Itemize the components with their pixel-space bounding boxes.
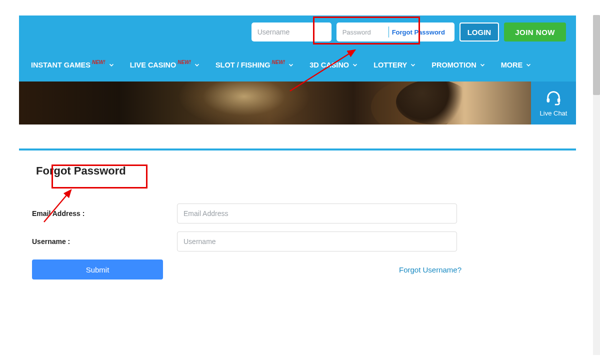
username-input[interactable] (252, 22, 332, 42)
new-badge: NEW! (178, 60, 191, 65)
nav-lottery[interactable]: LOTTERY (374, 61, 416, 69)
nav-instant-games[interactable]: INSTANT GAMES NEW! (31, 61, 115, 69)
chevron-down-icon (194, 62, 200, 68)
nav-slot-fishing[interactable]: SLOT / FISHING NEW! (216, 61, 294, 69)
nav-label: INSTANT GAMES (31, 61, 90, 69)
chevron-down-icon (352, 62, 358, 68)
new-badge: NEW! (92, 60, 106, 65)
content-area: Forgot Password Email Address : Username… (19, 150, 576, 280)
submit-button[interactable]: Submit (32, 260, 163, 280)
forgot-password-link[interactable]: Forgot Password (392, 28, 445, 36)
nav-more[interactable]: MORE (501, 61, 532, 69)
nav-label: MORE (501, 61, 523, 69)
chevron-down-icon (288, 62, 294, 68)
form-row-email: Email Address : (32, 204, 566, 224)
chevron-down-icon (108, 62, 115, 68)
new-badge: NEW! (272, 60, 286, 65)
chevron-down-icon (479, 62, 486, 68)
field-divider (388, 26, 389, 38)
password-field-wrap: Forgot Password (336, 22, 454, 42)
headset-icon (545, 89, 562, 108)
chevron-down-icon (410, 62, 416, 68)
page-container: Forgot Password LOGIN JOIN NOW INSTANT G… (19, 16, 576, 280)
login-button[interactable]: LOGIN (460, 22, 500, 42)
scrollbar-thumb[interactable] (593, 15, 600, 95)
nav-promotion[interactable]: PROMOTION (432, 61, 486, 69)
nav-label: PROMOTION (432, 61, 476, 69)
password-input[interactable] (342, 28, 386, 36)
nav-label: LOTTERY (374, 61, 407, 69)
forgot-password-form: Email Address : Username : Submit Forgot… (32, 204, 566, 280)
live-chat-label: Live Chat (540, 110, 568, 117)
nav-label: LIVE CASINO (130, 61, 176, 69)
page-heading: Forgot Password (32, 162, 130, 180)
nav-label: SLOT / FISHING (216, 61, 270, 69)
forgot-username-link[interactable]: Forgot Username? (399, 266, 462, 274)
form-row-username: Username : (32, 232, 566, 252)
chevron-down-icon (525, 62, 532, 68)
email-input[interactable] (177, 204, 457, 224)
svg-rect-0 (547, 98, 550, 102)
main-nav: INSTANT GAMES NEW! LIVE CASINO NEW! SLOT… (19, 48, 576, 82)
live-chat-button[interactable]: Live Chat (531, 82, 576, 124)
form-actions: Submit Forgot Username? (32, 260, 566, 280)
username-label: Username : (32, 238, 177, 246)
nav-live-casino[interactable]: LIVE CASINO NEW! (130, 61, 200, 69)
username-form-input[interactable] (177, 232, 457, 252)
topbar: Forgot Password LOGIN JOIN NOW (19, 16, 576, 48)
email-label: Email Address : (32, 210, 177, 218)
hero-banner: Live Chat (19, 82, 576, 124)
svg-rect-1 (558, 98, 560, 102)
join-now-button[interactable]: JOIN NOW (504, 22, 566, 42)
nav-3d-casino[interactable]: 3D CASINO (310, 61, 358, 69)
nav-label: 3D CASINO (310, 61, 349, 69)
